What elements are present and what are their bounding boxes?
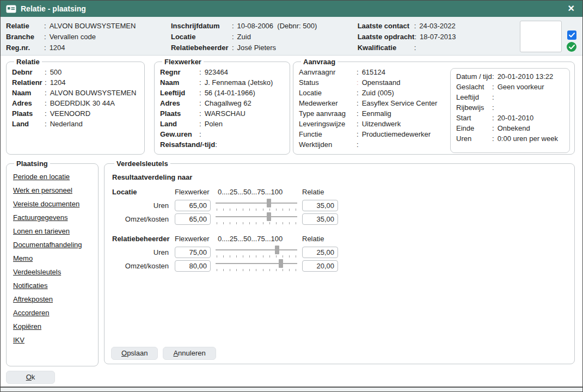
row-label: Uren	[112, 201, 170, 210]
info-row: Aanvraagnr : 615124	[299, 67, 450, 77]
relatie-share-input[interactable]: 35,00	[302, 213, 338, 225]
slider-thumb[interactable]	[279, 259, 283, 268]
share-slider[interactable]	[216, 199, 297, 211]
colon: :	[357, 119, 359, 129]
info-row: Status : Openstaand	[299, 77, 450, 88]
relatie-share-input[interactable]: 35,00	[302, 200, 338, 211]
relatiebeheerder-group-header: Relatiebeheerder Flexwerker 0....25...50…	[112, 234, 570, 244]
approved-check-icon[interactable]	[567, 42, 576, 52]
header-column-laatste: Laatste contact : 24-03-2022 Laatste opd…	[358, 21, 520, 52]
resultaatverdeling-heading: Resultaatverdeling naar	[112, 173, 570, 181]
locatie-group-header: Locatie Flexwerker 0....25...50...75...1…	[112, 187, 570, 198]
verdeelsleutels-panel: Verdeelsleutels Resultaatverdeling naar …	[104, 160, 575, 364]
share-slider[interactable]	[216, 246, 297, 258]
slider-thumb[interactable]	[267, 199, 271, 207]
info-row: Relatiebeheerder : José Pieters	[171, 42, 358, 53]
scale-column-header: 0....25...50...75...100	[216, 234, 297, 244]
menu-link[interactable]: IKV	[13, 335, 94, 345]
annuleren-button-label: Annuleren	[173, 349, 205, 357]
info-row: Medewerker : Easyflex Service Center	[299, 98, 450, 108]
info-row: Rijbewijs :	[456, 102, 565, 113]
colon: :	[215, 139, 217, 150]
menu-link[interactable]: Periode en locatie	[13, 172, 94, 182]
menu-link[interactable]: Memo	[13, 254, 94, 264]
opslaan-button[interactable]: Opslaan	[111, 347, 158, 360]
row-label: Uren	[112, 248, 170, 256]
menu-link[interactable]: Notificaties	[13, 281, 94, 291]
row-label: Omzet/kosten	[112, 262, 170, 270]
field-label: Naam	[160, 77, 199, 88]
field-label: Branche	[6, 32, 44, 42]
annuleren-button[interactable]: Annuleren	[163, 347, 216, 360]
field-value: Geen voorkeur	[498, 82, 544, 92]
info-row: Uren : 0:00 uren per week	[456, 133, 565, 144]
contact-card-icon	[6, 5, 16, 13]
plaatsing-menu-legend: Plaatsing	[14, 160, 50, 168]
checked-checkbox[interactable]	[567, 30, 576, 40]
field-label: Land	[160, 119, 199, 129]
field-value: VEENOORD	[50, 108, 90, 119]
close-icon[interactable]: ✕	[566, 4, 577, 13]
colon: :	[45, 67, 47, 77]
info-row: Leeftijd :	[456, 92, 565, 102]
flexwerker-share-input[interactable]: 80,00	[175, 260, 211, 272]
menu-link[interactable]: Factuurgegevens	[13, 213, 94, 223]
info-row: Type aanvraag : Eenmalig	[299, 108, 450, 119]
slider-track	[216, 249, 297, 250]
info-row: Geslacht : Geen voorkeur	[456, 82, 565, 92]
share-slider[interactable]	[216, 213, 297, 225]
field-label: Rijbewijs	[456, 102, 492, 113]
info-row: Plaats : VEENOORD	[12, 108, 140, 119]
info-row: Datum / tijd : 20-01-2010 13:22	[456, 71, 565, 82]
field-value: 20-01-2010 13:22	[498, 71, 554, 82]
ok-button-label: Ok	[16, 373, 45, 381]
field-value: Eenmalig	[362, 108, 391, 119]
colon: :	[45, 98, 47, 108]
relatie-share-input[interactable]: 25,00	[302, 247, 338, 258]
slider-thumb[interactable]	[275, 246, 279, 254]
flexwerker-share-input[interactable]: 75,00	[175, 247, 211, 258]
relatie-panel-legend: Relatie	[14, 58, 42, 66]
window-title: Relatie - plaatsing	[21, 4, 566, 13]
ok-button[interactable]: Ok	[6, 371, 55, 384]
slider-thumb[interactable]	[267, 212, 271, 221]
menu-link[interactable]: Lonen en tarieven	[13, 226, 94, 236]
menu-link[interactable]: Verdeelsleutels	[13, 267, 94, 277]
colon: :	[232, 21, 234, 32]
field-label: Aanvraagnr	[299, 67, 357, 77]
colon: :	[414, 32, 416, 42]
field-label: Leeftijd	[456, 92, 492, 102]
flexwerker-rows: Regnr : 923464 Naam : J. Fennemaa (Jetsk…	[160, 67, 285, 150]
header-column-relatie: Relatie : ALVON BOUWSYSTEMEN Branche : V…	[6, 21, 171, 52]
relatie-share-input[interactable]: 20,00	[302, 260, 338, 272]
menu-link[interactable]: Kopiëren	[13, 322, 94, 332]
locatie-omzet-row: Omzet/kosten 65,00 35,00	[112, 213, 570, 225]
info-row: Land : Polen	[160, 119, 285, 129]
field-label: Regnr	[160, 67, 199, 77]
field-value: ALVON BOUWSYSTEMEN	[50, 21, 136, 32]
menu-link[interactable]: Accorderen	[13, 308, 94, 318]
share-slider[interactable]	[216, 260, 297, 272]
colon: :	[199, 129, 201, 139]
menu-link[interactable]: Aftrekposten	[13, 295, 94, 304]
info-row: Functie : Productiemedewerker	[299, 129, 450, 139]
menu-link[interactable]: Werk en personeel	[13, 186, 94, 195]
colon: :	[232, 32, 234, 42]
field-label: Uren	[456, 133, 492, 144]
plaatsing-menu-items: Periode en locatie Werk en personeel Ver…	[12, 172, 94, 345]
flexwerker-share-input[interactable]: 65,00	[175, 213, 211, 225]
flexwerker-share-input[interactable]: 65,00	[175, 200, 211, 211]
relation-summary-header: Relatie : ALVON BOUWSYSTEMEN Branche : V…	[1, 17, 582, 56]
colon: :	[357, 139, 359, 150]
colon: :	[357, 129, 359, 139]
slider-ticks	[217, 269, 296, 271]
flexwerker-panel: Flexwerker Regnr : 923464 Naam : J. F	[154, 58, 290, 155]
menu-link[interactable]: Vereiste documenten	[13, 199, 94, 209]
info-row: Naam : J. Fennemaa (Jetsko)	[160, 77, 285, 88]
aanvraag-columns: Aanvraagnr : 615124 Status : Openstaand	[299, 67, 570, 154]
info-row: Start : 20-01-2010	[456, 113, 565, 123]
field-value: 24-03-2022	[419, 21, 456, 32]
field-value: 1204	[50, 77, 66, 88]
menu-link[interactable]: Documentafhandeling	[13, 240, 94, 250]
colon: :	[492, 113, 494, 123]
